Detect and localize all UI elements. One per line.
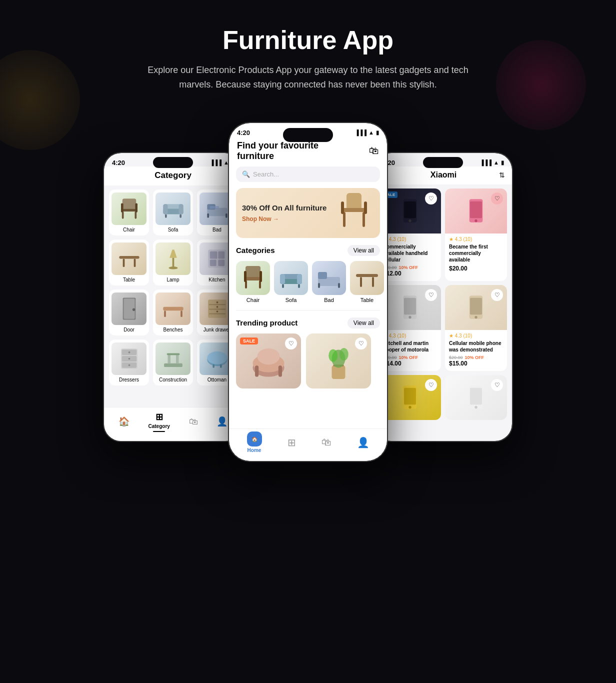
- phones-container: 4:20 ▐▐▐ ▲ ▮ Category: [0, 107, 616, 462]
- benches-thumb: [156, 292, 190, 325]
- center-nav-shop[interactable]: 🛍: [322, 436, 332, 448]
- trending-thumb-1: SALE ♡: [236, 334, 301, 388]
- svg-point-39: [216, 306, 218, 308]
- svg-point-40: [216, 310, 218, 312]
- table-thumb: [112, 242, 146, 275]
- product-info-2: ★ 4.3 (10) Became the first commercially…: [445, 234, 507, 276]
- junk-label: Junk drawer: [204, 327, 230, 332]
- svg-rect-1: [121, 208, 138, 212]
- trending-view-all[interactable]: View all: [348, 318, 380, 328]
- nav-category[interactable]: ⊞ Category: [148, 412, 170, 432]
- price-row-1: $20.00 10% OFF: [383, 265, 437, 270]
- svg-point-53: [207, 351, 227, 364]
- sofa-thumb: [156, 192, 190, 225]
- svg-rect-10: [165, 214, 167, 218]
- promo-text: 30% Off On All furniture Shop Now →: [242, 203, 326, 223]
- sort-icon[interactable]: ⇅: [499, 171, 505, 179]
- fav-p1[interactable]: ♡: [425, 192, 437, 204]
- product-thumb-2: ♡: [445, 188, 507, 234]
- nav-profile[interactable]: 👤: [216, 416, 228, 427]
- svg-rect-48: [164, 363, 182, 366]
- product-5[interactable]: ♡: [379, 375, 441, 420]
- left-dynamic-island: [153, 157, 193, 168]
- svg-point-45: [128, 351, 130, 353]
- category-lamp[interactable]: Lamp: [153, 240, 193, 286]
- svg-rect-11: [180, 214, 182, 218]
- category-chair[interactable]: Chair: [109, 190, 149, 236]
- home-nav-icon: 🏠: [252, 436, 258, 442]
- category-door[interactable]: Door: [109, 290, 149, 336]
- fav-p4[interactable]: ♡: [491, 289, 503, 301]
- svg-rect-63: [244, 277, 262, 280]
- rating-2: ★ 4.3 (10): [449, 236, 503, 242]
- center-nav-home[interactable]: 🏠 Home: [247, 432, 262, 453]
- orig-price-4: $20.00: [449, 355, 463, 360]
- center-phone-screen: 4:20 ▐▐▐ ▲ ▮ Find your favourite furnitu…: [229, 123, 387, 461]
- center-nav-profile[interactable]: 👤: [357, 436, 370, 448]
- categories-view-all[interactable]: View all: [348, 245, 380, 256]
- svg-rect-49: [168, 354, 170, 363]
- product-3[interactable]: ♡ ★ 4.3 (10) Mitchell and martin cooper …: [379, 285, 441, 371]
- svg-rect-62: [246, 266, 260, 278]
- search-bar[interactable]: 🔍 Search...: [236, 166, 380, 182]
- trending-item-2[interactable]: ♡: [306, 334, 371, 388]
- r-wifi-icon: ▲: [494, 160, 499, 166]
- nav-shop[interactable]: 🛍: [189, 416, 198, 427]
- left-bottom-nav: 🏠 ⊞ Category 🛍 👤: [104, 407, 242, 441]
- name-2: Became the first commercially available: [449, 244, 503, 263]
- svg-rect-32: [164, 310, 166, 317]
- fav-p5[interactable]: ♡: [425, 379, 437, 391]
- home-icon: 🏠: [118, 416, 130, 427]
- category-benches[interactable]: Benches: [153, 290, 193, 336]
- trending-item-1[interactable]: SALE ♡: [236, 334, 301, 388]
- svg-rect-80: [372, 277, 374, 287]
- product-thumb-6: ♡: [445, 375, 507, 420]
- category-construction[interactable]: Construction: [153, 340, 193, 386]
- product-6[interactable]: ♡: [445, 375, 507, 420]
- name-3: Mitchell and martin cooper of motorola: [383, 340, 437, 353]
- svg-rect-107: [470, 388, 482, 404]
- cat-bad-label: Bad: [324, 297, 334, 303]
- cat-sofa-thumb: [274, 261, 308, 295]
- bad-label: Bad: [212, 227, 222, 232]
- product-4[interactable]: ♡ ★ 4.3 (10) Cellular mobile phone was d…: [445, 285, 507, 371]
- cat-bad[interactable]: Bad: [312, 261, 346, 303]
- svg-point-30: [132, 308, 135, 311]
- fav-p2[interactable]: ♡: [491, 192, 503, 204]
- category-dressers[interactable]: Dressers: [109, 340, 149, 386]
- promo-cta[interactable]: Shop Now →: [242, 216, 326, 222]
- svg-rect-59: [362, 212, 365, 227]
- svg-rect-36: [209, 308, 226, 310]
- sale-badge-1: SALE: [240, 338, 258, 344]
- product-grid: SALE ♡ ★ 4.3 (10) Commercially available…: [374, 184, 512, 424]
- category-icon: ⊞: [156, 412, 163, 422]
- categories-scroll: Chair Sofa: [229, 261, 387, 310]
- svg-point-22: [168, 266, 178, 270]
- right-phone-screen: 4:20 ▐▐▐ ▲ ▮ ＜ Xiaomi ⇅ SALE ♡: [374, 153, 512, 441]
- fav-btn-2[interactable]: ♡: [355, 338, 367, 350]
- fav-btn-1[interactable]: ♡: [285, 338, 297, 350]
- shop-icon: 🛍: [189, 416, 198, 427]
- chair-thumb: [112, 192, 146, 225]
- svg-rect-35: [209, 304, 226, 305]
- svg-rect-72: [282, 284, 284, 288]
- product-2[interactable]: ♡ ★ 4.3 (10) Became the first commercial…: [445, 188, 507, 281]
- svg-rect-92: [404, 202, 416, 218]
- product-1[interactable]: SALE ♡ ★ 4.3 (10) Commercially available…: [379, 188, 441, 281]
- name-4: Cellular mobile phone was demonstrated: [449, 340, 503, 353]
- svg-rect-95: [470, 202, 482, 218]
- category-table[interactable]: Table: [109, 240, 149, 286]
- search-placeholder: Search...: [253, 170, 279, 178]
- cat-chair[interactable]: Chair: [236, 261, 270, 303]
- center-nav-category[interactable]: ⊞: [288, 436, 296, 448]
- home-nav-label: Home: [248, 448, 262, 453]
- cat-table[interactable]: Table: [350, 261, 384, 303]
- nav-home[interactable]: 🏠: [118, 416, 130, 427]
- main-price-4: $15.00: [449, 360, 503, 367]
- product-info-3: ★ 4.3 (10) Mitchell and martin cooper of…: [379, 330, 441, 371]
- category-sofa[interactable]: Sofa: [153, 190, 193, 236]
- cat-sofa[interactable]: Sofa: [274, 261, 308, 303]
- cart-icon[interactable]: 🛍: [369, 145, 379, 156]
- fav-p6[interactable]: ♡: [491, 379, 503, 391]
- fav-p3[interactable]: ♡: [425, 289, 437, 301]
